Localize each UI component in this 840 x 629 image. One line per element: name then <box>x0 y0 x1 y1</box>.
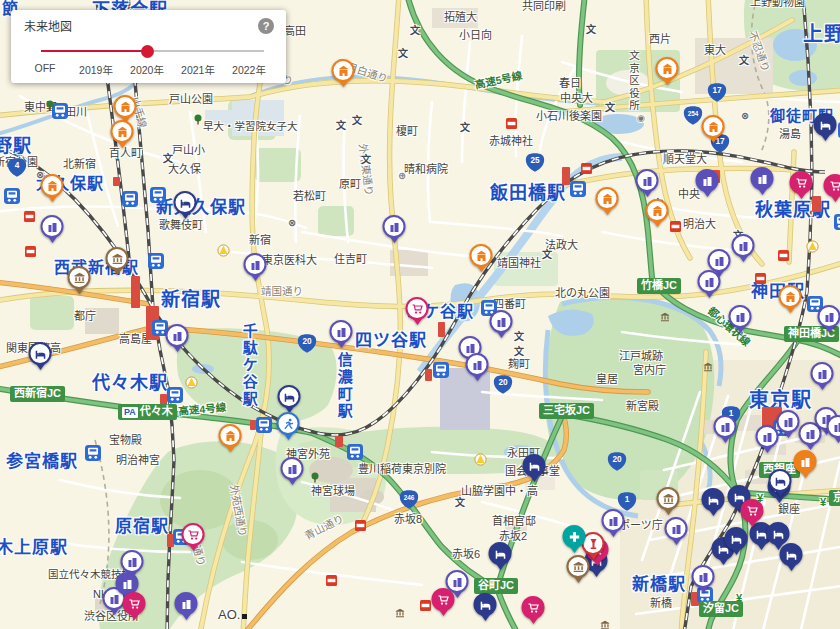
building-pin-icon[interactable] <box>383 215 406 248</box>
station-building-block <box>562 167 570 185</box>
building-pin-icon[interactable] <box>281 457 304 490</box>
area-label: 山脇学園中・高 <box>461 486 538 498</box>
hotel-pin-icon[interactable] <box>474 593 497 626</box>
building-pin-icon[interactable] <box>175 592 198 625</box>
route-shield: 4 <box>6 157 28 178</box>
school-pin-icon[interactable] <box>332 59 355 92</box>
convenience-store-icon[interactable] <box>581 160 592 178</box>
convenience-store-icon[interactable] <box>326 572 337 590</box>
shopping-pin-icon[interactable] <box>432 588 455 621</box>
building-pin-icon[interactable] <box>729 305 752 338</box>
building-pin-icon[interactable] <box>732 234 755 267</box>
year-option-2020年[interactable]: 2020年 <box>130 62 164 77</box>
school-pin-icon[interactable] <box>41 174 64 207</box>
slider-track-active <box>41 50 147 52</box>
tree-icon <box>310 470 320 488</box>
hotel-pin-icon[interactable] <box>29 342 52 375</box>
shopping-pin-icon[interactable] <box>790 171 813 204</box>
bank-pin-icon[interactable] <box>68 266 91 299</box>
train-station-icon[interactable] <box>433 362 449 378</box>
hotel-pin-icon[interactable] <box>814 113 837 146</box>
building-pin-icon[interactable] <box>756 425 779 458</box>
building-pin-icon[interactable] <box>818 305 840 338</box>
shopping-pin-icon[interactable] <box>741 499 764 532</box>
hospital-pin-icon[interactable] <box>563 525 586 558</box>
hotel-pin-icon[interactable] <box>769 469 792 502</box>
bank-pin-icon[interactable] <box>106 247 129 280</box>
year-option-OFF[interactable]: OFF <box>35 62 56 74</box>
train-station-icon[interactable] <box>122 191 138 207</box>
school-pin-icon[interactable] <box>470 244 493 277</box>
convenience-store-icon[interactable] <box>755 270 766 288</box>
area-label: 小日向 <box>459 30 492 42</box>
bank-pin-icon[interactable] <box>657 487 680 520</box>
junction-label: PA代々木 <box>118 404 177 420</box>
shopping-pin-icon[interactable] <box>182 523 205 556</box>
building-pin-icon[interactable] <box>636 169 659 202</box>
train-station-icon[interactable] <box>85 445 101 461</box>
runner-pin-icon[interactable] <box>277 412 300 445</box>
year-option-2022年[interactable]: 2022年 <box>232 62 266 77</box>
area-label: AO. <box>218 608 240 622</box>
building-pin-icon[interactable] <box>751 167 774 200</box>
station-building-block <box>438 322 445 337</box>
year-option-2021年[interactable]: 2021年 <box>181 62 215 77</box>
train-station-icon[interactable] <box>148 253 164 269</box>
building-pin-icon[interactable] <box>698 270 721 303</box>
school-map-icon: 文 <box>514 343 524 358</box>
shopping-pin-icon[interactable] <box>406 297 429 330</box>
map-canvas[interactable]: 節下落合駅東中野駅大久保駅新大久保駅西武新宿駅新宿駅代々木駅千駄ケ谷駅参宮橋駅原… <box>0 0 840 629</box>
school-map-icon: 文 <box>352 112 362 127</box>
convenience-store-icon[interactable] <box>355 517 366 535</box>
convenience-store-icon[interactable] <box>420 597 431 615</box>
convenience-store-icon[interactable] <box>24 208 35 226</box>
building-pin-icon[interactable] <box>696 169 719 202</box>
hotel-pin-icon[interactable] <box>489 542 512 575</box>
train-station-icon[interactable] <box>167 387 183 403</box>
train-station-icon[interactable] <box>4 188 20 204</box>
building-pin-icon[interactable] <box>41 215 64 248</box>
hotel-pin-icon[interactable] <box>523 454 546 487</box>
hotel-pin-icon[interactable] <box>702 488 725 521</box>
school-pin-icon[interactable] <box>111 120 134 153</box>
hotel-pin-icon[interactable] <box>780 543 803 576</box>
gas-station-icon[interactable] <box>474 452 487 470</box>
convenience-store-icon[interactable] <box>506 115 517 133</box>
train-station-icon[interactable] <box>256 417 272 433</box>
shopping-pin-icon[interactable] <box>522 596 545 629</box>
hotel-pin-icon[interactable] <box>174 191 197 224</box>
building-pin-icon[interactable] <box>466 353 489 386</box>
area-label: 中央大 <box>560 93 593 105</box>
slider-knob[interactable] <box>141 45 154 58</box>
building-pin-icon[interactable] <box>827 415 840 448</box>
shopping-pin-icon[interactable] <box>123 592 146 625</box>
train-station-icon[interactable] <box>570 181 586 197</box>
gas-station-icon[interactable] <box>217 243 230 261</box>
gas-station-icon[interactable] <box>806 239 819 257</box>
building-pin-icon[interactable] <box>714 415 737 448</box>
convenience-store-icon[interactable] <box>670 218 681 236</box>
convenience-store-icon[interactable] <box>25 243 36 261</box>
shopping-pin-icon[interactable] <box>824 174 840 207</box>
school-pin-icon[interactable] <box>656 57 679 90</box>
building-pin-icon[interactable] <box>330 320 353 353</box>
train-station-icon[interactable] <box>347 444 363 460</box>
school-pin-icon[interactable] <box>646 199 669 232</box>
gas-station-icon[interactable] <box>185 375 198 393</box>
school-pin-icon[interactable] <box>219 424 242 457</box>
building-pin-icon[interactable] <box>490 310 513 343</box>
school-pin-icon[interactable] <box>779 285 802 318</box>
school-pin-icon[interactable] <box>596 187 619 220</box>
train-station-icon[interactable] <box>150 187 166 203</box>
building-pin-icon[interactable] <box>244 253 267 286</box>
building-pin-icon[interactable] <box>777 410 800 443</box>
train-station-icon[interactable] <box>834 214 840 230</box>
help-icon[interactable]: ? <box>258 18 274 34</box>
school-pin-icon[interactable] <box>702 115 725 148</box>
building-pin-icon[interactable] <box>665 517 688 550</box>
bank-pin-icon[interactable] <box>567 555 590 588</box>
convenience-store-icon[interactable] <box>778 247 789 265</box>
building-pin-icon[interactable] <box>166 324 189 357</box>
building-pin-icon[interactable] <box>811 362 834 395</box>
year-option-2019年[interactable]: 2019年 <box>79 62 113 77</box>
